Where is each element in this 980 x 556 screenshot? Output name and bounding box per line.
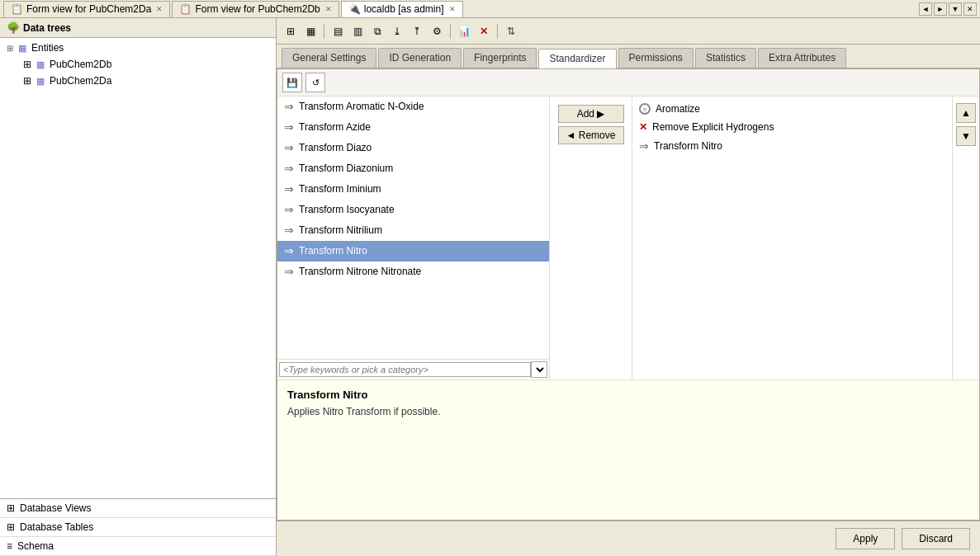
add-table-btn[interactable]: ▤ [329, 22, 347, 40]
add-button-label: Add ▶ [577, 108, 605, 120]
tabs-bar: General Settings ID Generation Fingerpri… [277, 45, 980, 68]
tab-label: Fingerprints [474, 52, 526, 64]
tab-general-settings[interactable]: General Settings [282, 48, 376, 68]
tab-id-generation[interactable]: ID Generation [378, 48, 462, 68]
tab-extra-attributes[interactable]: Extra Attributes [758, 48, 846, 68]
arrow-icon: ⇒ [284, 141, 294, 154]
expand-icon: ⊞ [23, 59, 31, 70]
window-controls: ◄ ► ▼ ✕ [919, 2, 977, 16]
left-list-container: ⇒ Transform Aromatic N-Oxide ⇒ Transform… [277, 97, 550, 379]
close-window-btn[interactable]: ✕ [963, 2, 977, 16]
list-item-label: Transform Nitro [299, 245, 367, 257]
list-item-transform-azide[interactable]: ⇒ Transform Azide [277, 117, 549, 138]
list-item-transform-aromatic[interactable]: ⇒ Transform Aromatic N-Oxide [277, 97, 549, 117]
prev-window-btn[interactable]: ◄ [919, 2, 932, 16]
sidebar-item-database-views[interactable]: ⊞ Database Views [0, 499, 276, 518]
delete-btn[interactable]: ✕ [475, 22, 493, 40]
sort-btn[interactable]: ⇅ [502, 22, 520, 40]
apply-label: Apply [853, 533, 878, 544]
copy-btn[interactable]: ⧉ [368, 22, 386, 40]
list-item-transform-diazonium[interactable]: ⇒ Transform Diazonium [277, 158, 549, 179]
table-btn[interactable]: ▦ [301, 22, 320, 40]
list-item-transform-nitrone[interactable]: ⇒ Transform Nitrone Nitronate [277, 262, 549, 282]
close-tab-pubchem2db[interactable]: ✕ [325, 5, 332, 13]
sidebar-item-schema[interactable]: ≡ Schema [0, 537, 276, 556]
left-list-scroll[interactable]: ⇒ Transform Aromatic N-Oxide ⇒ Transform… [277, 97, 549, 359]
chart-btn[interactable]: 📊 [455, 22, 473, 40]
sidebar-item-label: Entities [31, 42, 64, 54]
tab-statistics[interactable]: Statistics [695, 48, 756, 68]
list-item-transform-nitro[interactable]: ⇒ Transform Nitro [277, 241, 549, 262]
search-input[interactable] [279, 362, 531, 377]
right-item-aromatize[interactable]: ○ Aromatize [632, 100, 952, 118]
tab-form-pubchem2da[interactable]: 📋 Form view for PubChem2Da ✕ [3, 1, 170, 17]
discard-button[interactable]: Discard [902, 528, 970, 549]
move-up-button[interactable]: ▲ [956, 103, 976, 123]
standardizer-panel: 💾 ↺ ⇒ Transform Aromatic N-Oxide ⇒ Trans… [277, 68, 980, 521]
db-icon: ▦ [36, 59, 45, 70]
tab-localdb[interactable]: 🔌 localdb [as admin] ✕ [341, 1, 463, 17]
toolbar-separator [324, 24, 324, 39]
tab-fingerprints[interactable]: Fingerprints [463, 48, 537, 68]
dropdown-window-btn[interactable]: ▼ [949, 2, 962, 16]
list-item-transform-iminium[interactable]: ⇒ Transform Iminium [277, 179, 549, 200]
arrow-icon: ⇒ [284, 244, 294, 257]
category-dropdown[interactable]: ▼ [531, 361, 547, 378]
list-item-transform-diazo[interactable]: ⇒ Transform Diazo [277, 138, 549, 158]
content-area: ⊞ ▦ ▤ ▥ ⧉ ⤓ ⤒ ⚙ 📊 ✕ ⇅ General Settings I… [277, 18, 980, 556]
tab-icon: 📋 [11, 3, 23, 15]
sidebar-bottom-label: Schema [17, 540, 54, 552]
toolbar-separator-3 [497, 24, 498, 39]
tab-permissions[interactable]: Permissions [618, 48, 694, 68]
list-item-label: Transform Isocyanate [299, 204, 395, 215]
arrow-icon: ⇒ [284, 203, 294, 216]
right-list[interactable]: ○ Aromatize ✕ Remove Explicit Hydrogens … [632, 97, 952, 379]
list-item-label: Transform Nitrilium [299, 224, 382, 236]
list-item-label: Transform Diazonium [299, 163, 393, 174]
tab-icon: 📋 [179, 3, 192, 15]
tab-label: Form view for PubChem2Da [26, 3, 151, 15]
db-icon: ▦ [36, 76, 45, 87]
sidebar: 🌳 Data trees ⊞ ▦ Entities ⊞ ▦ PubChem2Db… [0, 18, 277, 556]
close-tab-localdb[interactable]: ✕ [449, 5, 456, 13]
close-tab-pubchem2da[interactable]: ✕ [156, 5, 163, 13]
tab-label: Permissions [629, 52, 683, 64]
right-item-transform-nitro[interactable]: ⇒ Transform Nitro [632, 136, 952, 156]
sidebar-item-pubchem2db[interactable]: ⊞ ▦ PubChem2Db [0, 56, 276, 73]
edit-table-btn[interactable]: ▥ [348, 22, 367, 40]
transform-nitro-icon: ⇒ [639, 139, 649, 153]
sidebar-item-entities[interactable]: ⊞ ▦ Entities [0, 40, 276, 56]
save-btn[interactable]: 💾 [282, 73, 302, 92]
footer: Apply Discard [277, 521, 980, 556]
right-section: ○ Aromatize ✕ Remove Explicit Hydrogens … [632, 97, 979, 379]
right-item-label: Remove Explicit Hydrogens [652, 121, 774, 133]
sidebar-item-pubchem2da[interactable]: ⊞ ▦ PubChem2Da [0, 73, 276, 89]
move-down-button[interactable]: ▼ [956, 126, 976, 146]
aromatize-icon: ○ [639, 103, 651, 115]
sidebar-tree-icon: 🌳 [7, 21, 20, 34]
tab-standardizer[interactable]: Standardizer [538, 49, 616, 68]
right-list-container: ○ Aromatize ✕ Remove Explicit Hydrogens … [632, 97, 952, 379]
list-item-label: Transform Diazo [299, 142, 372, 153]
add-button[interactable]: Add ▶ [558, 105, 624, 123]
tab-label: ID Generation [389, 52, 451, 64]
sidebar-item-database-tables[interactable]: ⊞ Database Tables [0, 518, 276, 537]
grid-btn[interactable]: ⊞ [282, 22, 300, 40]
export-btn[interactable]: ⤒ [408, 22, 426, 40]
refresh-btn[interactable]: ↺ [305, 73, 325, 92]
tab-label: Statistics [706, 52, 746, 64]
remove-button[interactable]: ◄ Remove [558, 126, 624, 144]
import-btn[interactable]: ⤓ [388, 22, 406, 40]
tab-form-pubchem2db[interactable]: 📋 Form view for PubChem2Db ✕ [172, 1, 339, 17]
tools-btn[interactable]: ⚙ [428, 22, 446, 40]
next-window-btn[interactable]: ► [934, 2, 947, 16]
apply-button[interactable]: Apply [836, 528, 895, 549]
list-item-transform-nitrilium[interactable]: ⇒ Transform Nitrilium [277, 220, 549, 241]
right-item-label: Transform Nitro [654, 140, 722, 152]
right-item-label: Aromatize [656, 103, 700, 115]
list-item-transform-isocyanate[interactable]: ⇒ Transform Isocyanate [277, 200, 549, 220]
expand-icon: ⊞ [7, 44, 13, 53]
arrow-icon: ⇒ [284, 265, 294, 278]
toolbar-separator-2 [450, 24, 451, 39]
right-item-remove-hydrogens[interactable]: ✕ Remove Explicit Hydrogens [632, 118, 952, 136]
